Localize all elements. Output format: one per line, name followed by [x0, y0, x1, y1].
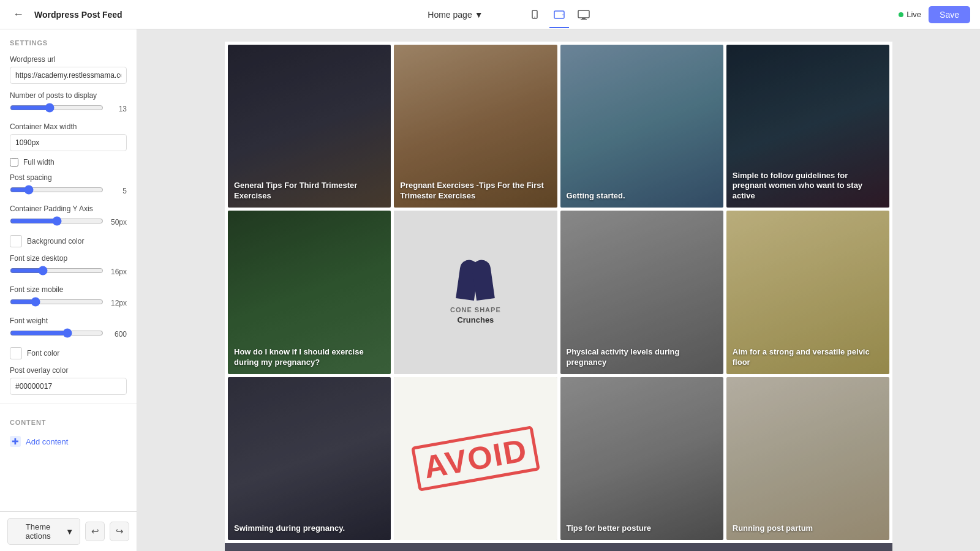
topbar: ← Wordpress Post Feed Home page ▼ Live S… [0, 0, 980, 29]
posts-count-slider-container [10, 103, 104, 115]
live-label: Live [907, 10, 921, 19]
full-width-checkbox[interactable] [10, 158, 18, 167]
wordpress-url-input[interactable] [10, 67, 127, 84]
svg-point-1 [534, 17, 535, 17]
svg-rect-4 [578, 10, 589, 18]
font-weight-slider-container [10, 328, 104, 340]
device-icons [525, 5, 594, 24]
post-card-overlay: Tips for better posture [560, 377, 723, 540]
container-padding-y-field: Container Padding Y Axis 50px [0, 201, 137, 232]
post-card-title: Getting started. [567, 191, 625, 201]
wordpress-url-field: Wordpress url [0, 51, 137, 88]
container-padding-y-value: 50px [108, 218, 127, 227]
post-card-title: Running post partum [733, 523, 813, 534]
avoid-stamp: AVOID [411, 425, 540, 492]
container-max-width-label: Container Max width [10, 122, 127, 131]
redo-icon: ↪ [116, 526, 124, 537]
cone-label: CONE SHAPE [450, 306, 501, 313]
font-size-mobile-slider[interactable] [10, 297, 104, 307]
font-color-swatch[interactable] [10, 347, 22, 359]
container-max-width-field: Container Max width [0, 119, 137, 155]
font-size-mobile-value: 12px [108, 299, 127, 307]
post-card[interactable]: Simple to follow guidelines for pregnant… [726, 45, 889, 208]
font-color-label: Font color [27, 349, 59, 358]
post-card[interactable]: Getting started. [560, 45, 723, 208]
mobile-icon[interactable] [525, 5, 545, 24]
container-padding-y-slider[interactable] [10, 216, 104, 226]
background-color-swatch[interactable] [10, 235, 22, 247]
post-card[interactable]: Aim for a strong and versatile pelvic fl… [726, 211, 889, 373]
post-card-title: Swimming during pregnancy. [234, 523, 345, 534]
font-size-desktop-slider-container [10, 266, 104, 278]
back-button[interactable]: ← [10, 6, 27, 23]
post-card[interactable]: Tips for better posture [560, 377, 723, 540]
sidebar-bottom: Theme actions ▼ ↩ ↪ [0, 511, 137, 551]
main-layout: SETTINGS Wordpress url Number of posts t… [0, 29, 980, 551]
add-content-button[interactable]: ✚ Add content [0, 431, 137, 452]
post-card-overlay: General Tips For Third Trimester Exercis… [228, 45, 391, 208]
save-button[interactable]: Save [929, 6, 970, 23]
posts-count-value: 13 [108, 105, 127, 113]
post-spacing-label: Post spacing [10, 173, 127, 182]
post-card[interactable]: CONE SHAPE Crunches [394, 211, 557, 373]
post-card[interactable]: Pregnant Exercises -Tips For the First T… [394, 45, 557, 208]
post-spacing-field: Post spacing 5 [0, 170, 137, 201]
svg-point-3 [562, 14, 563, 15]
settings-section-title: SETTINGS [0, 29, 137, 51]
theme-actions-label: Theme actions [14, 522, 62, 541]
post-card[interactable]: Running post partum [726, 377, 889, 540]
post-overlay-color-input[interactable] [10, 378, 127, 395]
live-dot [899, 12, 903, 17]
post-card[interactable]: Swimming during pregnancy. [228, 377, 391, 540]
preview-area: General Tips For Third Trimester Exercis… [137, 29, 980, 551]
desktop-icon[interactable] [574, 5, 594, 24]
post-card-overlay: Getting started. [560, 45, 723, 208]
post-card-title: General Tips For Third Trimester Exercis… [234, 181, 385, 201]
cone-shape [451, 260, 500, 302]
chevron-down-icon: ▼ [66, 527, 74, 536]
post-card-title: Tips for better posture [567, 523, 651, 534]
post-card-title: How do I know if I should exercise durin… [234, 347, 385, 368]
undo-button[interactable]: ↩ [85, 522, 105, 541]
redo-button[interactable]: ↪ [110, 522, 129, 541]
font-size-mobile-label: Font size mobile [10, 285, 127, 294]
preview-bottom-strip [225, 543, 892, 551]
posts-count-row: 13 [10, 103, 127, 115]
font-size-desktop-slider[interactable] [10, 266, 104, 276]
tablet-icon[interactable] [549, 5, 569, 24]
container-padding-y-label: Container Padding Y Axis [10, 204, 127, 213]
sidebar: SETTINGS Wordpress url Number of posts t… [0, 29, 137, 551]
post-card-overlay: Simple to follow guidelines for pregnant… [726, 45, 889, 208]
font-weight-slider[interactable] [10, 328, 104, 338]
post-card[interactable]: How do I know if I should exercise durin… [228, 211, 391, 373]
wordpress-url-label: Wordpress url [10, 55, 127, 64]
post-card[interactable]: Physical activity levels during pregnanc… [560, 211, 723, 373]
content-divider [0, 403, 137, 404]
font-weight-value: 600 [108, 330, 127, 339]
font-size-desktop-row: 16px [10, 266, 127, 278]
theme-actions-button[interactable]: Theme actions ▼ [7, 518, 80, 545]
posts-count-label: Number of posts to display [10, 91, 127, 100]
back-icon: ← [13, 8, 24, 21]
post-card[interactable]: AVOID [394, 377, 557, 540]
posts-count-slider[interactable] [10, 103, 104, 113]
post-card-overlay: Swimming during pregnancy. [228, 377, 391, 540]
cone-card-content: CONE SHAPE Crunches [394, 211, 557, 373]
post-spacing-slider[interactable] [10, 185, 104, 195]
full-width-label: Full width [23, 158, 55, 167]
post-card[interactable]: General Tips For Third Trimester Exercis… [228, 45, 391, 208]
page-selector[interactable]: Home page ▼ [428, 10, 483, 20]
post-card-overlay: Physical activity levels during pregnanc… [560, 211, 723, 373]
font-size-desktop-field: Font size desktop 16px [0, 250, 137, 282]
font-size-desktop-value: 16px [108, 268, 127, 276]
background-color-row: Background color [0, 232, 137, 250]
topbar-center: Home page ▼ [130, 5, 892, 24]
preview-frame: General Tips For Third Trimester Exercis… [225, 42, 892, 551]
container-max-width-input[interactable] [10, 134, 127, 151]
posts-count-field: Number of posts to display 13 [0, 88, 137, 119]
avoid-card-content: AVOID [394, 377, 557, 540]
chevron-down-icon: ▼ [475, 10, 483, 20]
post-card-title: Aim for a strong and versatile pelvic fl… [733, 347, 883, 368]
post-card-title: Pregnant Exercises -Tips For the First T… [400, 181, 551, 201]
container-padding-y-slider-container [10, 216, 104, 228]
